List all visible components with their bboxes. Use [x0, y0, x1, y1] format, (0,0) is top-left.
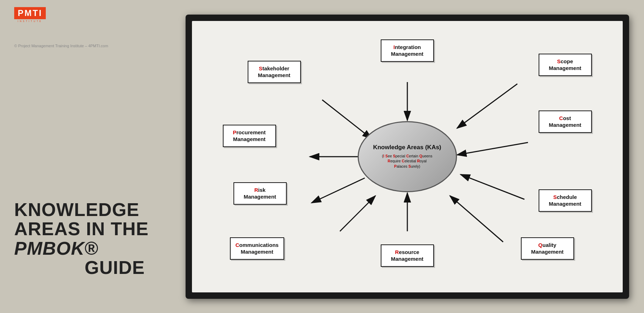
title-line2: AREAS IN THE — [14, 219, 163, 239]
svg-line-7 — [461, 174, 524, 199]
logo-pmti: PMTI — [14, 7, 46, 19]
box-stakeholder: StakeholderManagement — [248, 61, 301, 83]
svg-line-4 — [322, 100, 372, 139]
box-procurement: ProcurementManagement — [223, 125, 276, 147]
logo-institute: INSTITUTE — [18, 20, 43, 22]
box-schedule: ScheduleManagement — [539, 189, 592, 212]
frame-inner: Knowledge Areas (KAs) (I See Special Cer… — [192, 21, 623, 292]
left-panel: PMTI INSTITUTE © Project Management Trai… — [0, 0, 177, 313]
title-line1: KNOWLEDGE — [14, 200, 163, 220]
box-cost: CostManagement — [539, 110, 592, 133]
box-communications: CommunicationsManagement — [230, 237, 285, 260]
svg-line-10 — [340, 196, 375, 231]
logo-wrapper: PMTI INSTITUTE — [14, 7, 46, 22]
copyright-text: © Project Management Training Institute … — [14, 44, 163, 48]
svg-line-5 — [457, 142, 528, 155]
box-resource: ResourceManagement — [381, 244, 434, 267]
title-area: KNOWLEDGE AREAS IN THE PMBOK ® GUIDE — [14, 200, 163, 277]
right-panel: Knowledge Areas (KAs) (I See Special Cer… — [177, 0, 644, 313]
box-scope: ScopeManagement — [539, 54, 592, 76]
center-ellipse: Knowledge Areas (KAs) (I See Special Cer… — [358, 121, 457, 192]
diagram: Knowledge Areas (KAs) (I See Special Cer… — [212, 32, 602, 281]
logo-area: PMTI INSTITUTE — [14, 7, 163, 22]
title-pmbok: PMBOK — [14, 239, 85, 258]
ellipse-mnemonic: (I See Special Certain Queens Require Ce… — [382, 153, 433, 169]
svg-line-8 — [312, 178, 365, 203]
box-integration: IntegrationManagement — [381, 39, 434, 62]
frame-outer: Knowledge Areas (KAs) (I See Special Cer… — [186, 15, 629, 299]
svg-line-9 — [450, 196, 503, 242]
svg-line-3 — [457, 84, 517, 128]
box-risk: RiskManagement — [233, 182, 287, 205]
title-guide: ® GUIDE — [85, 239, 163, 277]
ellipse-title: Knowledge Areas (KAs) — [373, 144, 441, 151]
box-quality: QualityManagement — [521, 237, 574, 260]
